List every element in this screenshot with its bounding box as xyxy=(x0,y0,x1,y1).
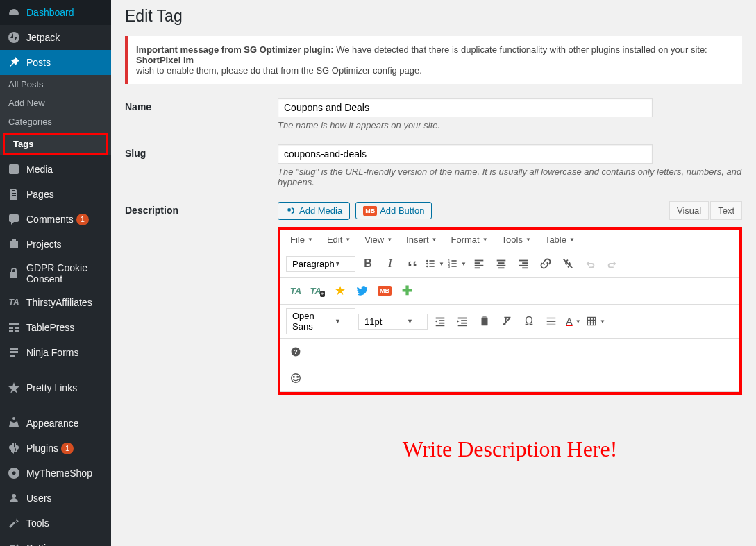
chevron-down-icon: ▼ xyxy=(335,260,341,267)
posts-submenu: All Posts Add New Categories Tags xyxy=(0,75,111,155)
sidebar-item-thirstyaffiliates[interactable]: TA ThirstyAffiliates xyxy=(0,290,111,315)
align-right-button[interactable] xyxy=(514,254,533,273)
sidebar-item-settings[interactable]: Settings xyxy=(0,536,111,546)
notice-error: Important message from SG Optimizer plug… xyxy=(125,36,742,84)
sidebar-item-label: Dashboard xyxy=(26,7,74,18)
page-title: Edit Tag xyxy=(125,7,742,26)
name-input[interactable] xyxy=(278,98,653,117)
align-center-button[interactable] xyxy=(492,254,511,273)
special-char-button[interactable]: Ω xyxy=(519,312,539,331)
undo-button[interactable] xyxy=(580,254,600,273)
svg-point-9 xyxy=(426,266,428,267)
bold-button[interactable]: B xyxy=(358,254,378,273)
notice-text2: wish to enable them, please do that from… xyxy=(136,65,734,76)
sidebar-item-jetpack[interactable]: Jetpack xyxy=(0,25,111,50)
table-button[interactable]: ▼ xyxy=(586,312,605,331)
font-select[interactable]: Open Sans ▼ xyxy=(286,308,355,334)
svg-text:?: ? xyxy=(294,348,297,355)
chevron-down-icon: ▼ xyxy=(569,237,575,243)
media-buttons: Add Media MB Add Button Visual Text xyxy=(278,201,742,220)
sidebar-item-prettylinks[interactable]: Pretty Links xyxy=(0,375,111,400)
editor-container: File▼ Edit▼ View▼ Insert▼ Format▼ Tools▼… xyxy=(278,227,742,395)
notice-strong2: ShortPixel Im xyxy=(136,55,194,65)
outdent-button[interactable] xyxy=(430,312,450,331)
menu-file[interactable]: File▼ xyxy=(286,232,317,247)
svg-rect-19 xyxy=(475,265,484,266)
sidebar-item-label: Settings xyxy=(26,543,62,546)
bullet-list-button[interactable]: ▼ xyxy=(425,254,444,273)
numbered-list-button[interactable]: 123▼ xyxy=(447,254,467,273)
sidebar-item-label: Ninja Forms xyxy=(26,347,78,358)
sidebar-item-mythemeshop[interactable]: MyThemeShop xyxy=(0,461,111,486)
ta-plus-button[interactable]: TA+ xyxy=(308,281,328,300)
submenu-all-posts[interactable]: All Posts xyxy=(0,75,111,94)
svg-rect-21 xyxy=(497,260,506,262)
format-select[interactable]: Paragraph ▼ xyxy=(286,256,355,272)
add-media-button[interactable]: Add Media xyxy=(278,202,350,220)
sidebar-item-pages[interactable]: Pages xyxy=(0,182,111,207)
add-plus-button[interactable]: ✚ xyxy=(397,281,417,300)
separator xyxy=(0,368,111,372)
chevron-down-icon: ▼ xyxy=(345,237,351,243)
sidebar-item-label: Plugins xyxy=(26,443,58,454)
tab-text[interactable]: Text xyxy=(710,201,742,220)
clear-formatting-button[interactable] xyxy=(497,312,516,331)
sidebar-item-appearance[interactable]: Appearance xyxy=(0,411,111,436)
emoji-button[interactable] xyxy=(286,368,305,388)
menu-view[interactable]: View▼ xyxy=(360,232,396,247)
hr-button[interactable] xyxy=(541,312,561,331)
slug-input[interactable] xyxy=(278,144,653,164)
unlink-button[interactable] xyxy=(558,254,578,273)
sidebar-item-comments[interactable]: Comments 1 xyxy=(0,207,111,232)
menu-tools[interactable]: Tools▼ xyxy=(498,232,535,247)
sidebar-item-label: GDPR Cookie Consent xyxy=(26,262,104,284)
sidebar-item-gdpr[interactable]: GDPR Cookie Consent xyxy=(0,257,111,290)
sidebar-item-label: Pretty Links xyxy=(26,382,77,393)
sidebar-item-ninjaforms[interactable]: Ninja Forms xyxy=(0,340,111,365)
menu-insert[interactable]: Insert▼ xyxy=(402,232,441,247)
menu-edit[interactable]: Edit▼ xyxy=(323,232,355,247)
redo-button[interactable] xyxy=(603,254,622,273)
chevron-down-icon: ▼ xyxy=(387,237,392,243)
twitter-button[interactable] xyxy=(353,281,372,300)
editor-toolbar-2: TA TA+ ★ MB ✚ xyxy=(280,278,739,305)
paste-button[interactable] xyxy=(475,312,494,331)
sidebar-item-posts[interactable]: Posts xyxy=(0,50,111,75)
sidebar-item-label: Posts xyxy=(26,57,51,68)
align-left-button[interactable] xyxy=(469,254,489,273)
sidebar-item-plugins[interactable]: Plugins 1 xyxy=(0,436,111,461)
indent-button[interactable] xyxy=(453,312,472,331)
chevron-down-icon: ▼ xyxy=(308,237,313,243)
svg-rect-33 xyxy=(458,318,467,319)
dashboard-icon xyxy=(7,6,21,19)
sidebar-item-users[interactable]: Users xyxy=(0,486,111,511)
mb-button[interactable]: MB xyxy=(375,281,394,300)
ta-button[interactable]: TA xyxy=(286,281,305,300)
help-button[interactable]: ? xyxy=(286,342,305,361)
form-icon xyxy=(7,345,21,359)
svg-rect-32 xyxy=(436,325,445,326)
text-color-button[interactable]: A▼ xyxy=(564,312,583,331)
link-button[interactable] xyxy=(536,254,555,273)
sidebar-item-projects[interactable]: Projects xyxy=(0,232,111,257)
sidebar-item-tablepress[interactable]: TablePress xyxy=(0,315,111,340)
menu-table[interactable]: Table▼ xyxy=(541,232,579,247)
annotation-text: Write Description Here! xyxy=(278,436,742,462)
star-button[interactable]: ★ xyxy=(330,281,350,300)
sidebar-item-tools[interactable]: Tools xyxy=(0,511,111,536)
tools-icon xyxy=(7,516,21,530)
submenu-tags[interactable]: Tags xyxy=(3,133,108,155)
plugin-icon xyxy=(7,441,21,455)
add-button-button[interactable]: MB Add Button xyxy=(355,202,432,219)
blockquote-button[interactable] xyxy=(403,254,422,273)
sidebar-item-media[interactable]: Media xyxy=(0,157,111,182)
tab-visual[interactable]: Visual xyxy=(669,201,709,220)
menu-format[interactable]: Format▼ xyxy=(447,232,492,247)
italic-button[interactable]: I xyxy=(380,254,400,273)
submenu-categories[interactable]: Categories xyxy=(0,112,111,131)
submenu-add-new[interactable]: Add New xyxy=(0,94,111,112)
sidebar-item-dashboard[interactable]: Dashboard xyxy=(0,0,111,25)
size-select[interactable]: 11pt ▼ xyxy=(358,314,428,330)
svg-rect-28 xyxy=(522,267,528,268)
notice-strong: Important message from SG Optimizer plug… xyxy=(136,44,334,55)
